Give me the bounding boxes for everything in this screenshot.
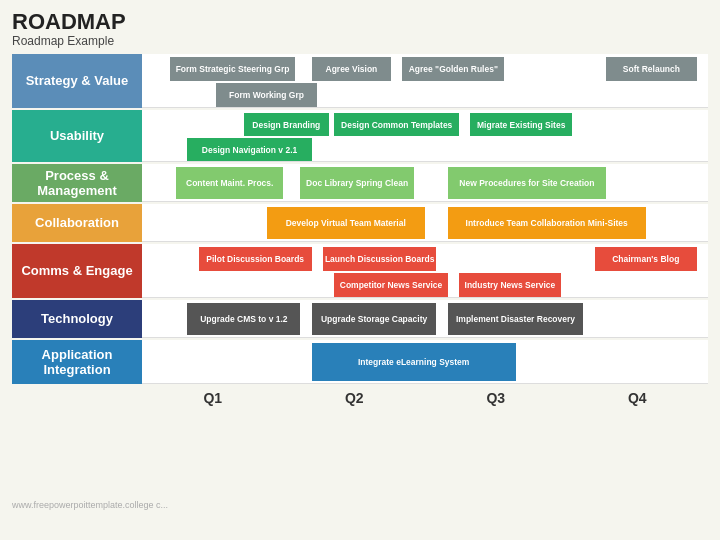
task-usability-0: Design Branding [244, 113, 329, 136]
row-collab: CollaborationDevelop Virtual Team Materi… [12, 204, 708, 242]
row-comms: Comms & EngagePilot Discussion BoardsLau… [12, 244, 708, 298]
task-process-0: Content Maint. Procs. [176, 167, 284, 199]
task-usability-3: Design Navigation v 2.1 [187, 138, 312, 161]
task-strategy-3: Soft Relaunch [606, 57, 697, 81]
watermark: www.freepowerpoittemplate.college c... [12, 500, 168, 510]
task-comms-0: Pilot Discussion Boards [199, 247, 312, 271]
row-usability: UsabilityDesign BrandingDesign Common Te… [12, 110, 708, 162]
subtitle: Roadmap Example [12, 34, 708, 48]
task-process-2: New Procedures for Site Creation [448, 167, 606, 199]
quarter-label-Q3: Q3 [425, 386, 567, 410]
task-comms-4: Industry News Service [459, 273, 561, 297]
task-comms-3: Competitor News Service [334, 273, 447, 297]
task-app-0: Integrate eLearning System [312, 343, 516, 381]
row-label-comms: Comms & Engage [12, 244, 142, 298]
task-comms-1: Launch Discussion Boards [323, 247, 436, 271]
task-tech-0: Upgrade CMS to v 1.2 [187, 303, 300, 335]
row-strategy: Strategy & ValueForm Strategic Steering … [12, 54, 708, 108]
row-label-process: Process & Management [12, 164, 142, 202]
row-tech: TechnologyUpgrade CMS to v 1.2Upgrade St… [12, 300, 708, 338]
task-strategy-0: Form Strategic Steering Grp [170, 57, 295, 81]
roadmap-container: Strategy & ValueForm Strategic Steering … [12, 54, 708, 410]
task-collab-0: Develop Virtual Team Material [267, 207, 425, 239]
row-content-strategy: Form Strategic Steering GrpAgree VisionA… [142, 54, 708, 108]
task-collab-1: Introduce Team Collaboration Mini-Sites [448, 207, 646, 239]
task-process-1: Doc Library Spring Clean [300, 167, 413, 199]
row-content-app: Integrate eLearning System [142, 340, 708, 384]
row-app: Application IntegrationIntegrate eLearni… [12, 340, 708, 384]
quarter-labels-row: Q1Q2Q3Q4 [142, 386, 708, 410]
quarter-label-Q4: Q4 [567, 386, 709, 410]
task-strategy-1: Agree Vision [312, 57, 391, 81]
quarter-label-Q2: Q2 [284, 386, 426, 410]
row-label-collab: Collaboration [12, 204, 142, 242]
task-comms-2: Chairman's Blog [595, 247, 697, 271]
row-content-collab: Develop Virtual Team MaterialIntroduce T… [142, 204, 708, 242]
title: ROADMAP [12, 10, 708, 34]
row-content-tech: Upgrade CMS to v 1.2Upgrade Storage Capa… [142, 300, 708, 338]
task-tech-1: Upgrade Storage Capacity [312, 303, 437, 335]
row-label-strategy: Strategy & Value [12, 54, 142, 108]
row-content-comms: Pilot Discussion BoardsLaunch Discussion… [142, 244, 708, 298]
task-usability-2: Migrate Existing Sites [470, 113, 572, 136]
page: ROADMAP Roadmap Example Strategy & Value… [0, 0, 720, 540]
row-label-app: Application Integration [12, 340, 142, 384]
quarter-label-Q1: Q1 [142, 386, 284, 410]
task-strategy-4: Form Working Grp [216, 83, 318, 107]
task-strategy-2: Agree "Golden Rules" [402, 57, 504, 81]
row-label-tech: Technology [12, 300, 142, 338]
task-tech-2: Implement Disaster Recovery [448, 303, 584, 335]
row-process: Process & ManagementContent Maint. Procs… [12, 164, 708, 202]
task-usability-1: Design Common Templates [334, 113, 459, 136]
row-label-usability: Usability [12, 110, 142, 162]
row-content-process: Content Maint. Procs.Doc Library Spring … [142, 164, 708, 202]
row-content-usability: Design BrandingDesign Common TemplatesMi… [142, 110, 708, 162]
